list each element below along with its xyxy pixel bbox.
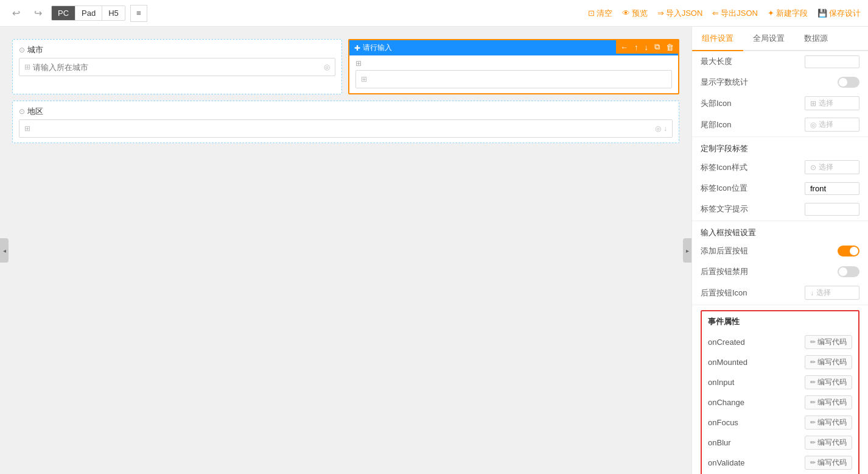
city-label-text: 城市 xyxy=(27,44,43,55)
active-field-header-text: 请行输入 xyxy=(363,43,392,53)
label-icon-style-text: 选择 xyxy=(819,162,833,172)
label-icon-style-select[interactable]: ⊙ 选择 xyxy=(805,160,859,174)
event-onValidate-name: onValidate xyxy=(708,458,744,467)
device-h5-button[interactable]: H5 xyxy=(102,6,125,20)
device-group: PC Pad H5 xyxy=(51,5,125,21)
city-field-container: ⊙ 城市 ⊞ ◎ xyxy=(12,39,342,94)
tab-data-source[interactable]: 数据源 xyxy=(794,27,838,51)
tail-icon-row: 尾部Icon ◎ 选择 xyxy=(692,114,868,135)
redo-button[interactable]: ↪ xyxy=(29,5,46,22)
event-onChange-code-btn[interactable]: ✏ 编写代码 xyxy=(805,395,852,409)
event-onMounted-name: onMounted xyxy=(708,358,747,367)
label-icon-position-value xyxy=(805,182,859,195)
show-char-count-label: 显示字数统计 xyxy=(701,77,755,88)
active-field-label-row: ⊞ xyxy=(355,59,672,68)
head-icon-select[interactable]: ⊞ 选择 xyxy=(805,96,859,110)
region-active-field-container: ← ↑ ↓ ⧉ 🗑 ✚ 请行输入 ⊞ ⊞ xyxy=(348,39,679,94)
event-onInput-name: onInput xyxy=(708,378,734,387)
divider-2 xyxy=(692,221,868,221)
region-row2-tail-icon1: ◎ xyxy=(655,124,661,133)
undo-button[interactable]: ↩ xyxy=(7,5,24,22)
append-btn-icon-label: 后置按钮Icon xyxy=(701,288,755,299)
export-json-action[interactable]: ⇐ 导出JSON xyxy=(712,8,758,19)
action-up-icon[interactable]: ↑ xyxy=(632,42,640,52)
city-input-tail-icon: ◎ xyxy=(324,63,330,71)
action-delete-icon[interactable]: 🗑 xyxy=(664,42,676,52)
action-copy-icon[interactable]: ⧉ xyxy=(653,41,662,52)
add-append-btn-toggle[interactable] xyxy=(838,246,859,256)
label-icon-position-row: 标签Icon位置 xyxy=(692,178,868,199)
head-icon-row: 头部Icon ⊞ 选择 xyxy=(692,93,868,114)
events-section-title: 事件属性 xyxy=(708,316,852,327)
max-length-input[interactable] xyxy=(805,55,859,68)
event-row-onInput: onInput ✏ 编写代码 xyxy=(708,372,852,392)
divider-3 xyxy=(692,305,868,305)
left-collapse-handle[interactable]: ◂ xyxy=(0,238,9,263)
label-icon-position-input[interactable] xyxy=(805,182,859,195)
edit-icon-onValidate: ✏ xyxy=(810,459,816,467)
append-btn-icon-icon: ↓ xyxy=(810,289,814,297)
clear-action[interactable]: ⊡ 清空 xyxy=(588,8,612,19)
new-field-action[interactable]: ✦ 新建字段 xyxy=(768,8,808,19)
tab-global-settings[interactable]: 全局设置 xyxy=(743,27,794,51)
event-row-onBlur: onBlur ✏ 编写代码 xyxy=(708,433,852,453)
label-icon-style-label: 标签Icon样式 xyxy=(701,162,755,173)
event-row-onValidate: onValidate ✏ 编写代码 xyxy=(708,453,852,473)
head-icon-label: 头部Icon xyxy=(701,98,755,109)
panel-body: 最大长度 显示字数统计 头部Icon ⊞ 选择 尾部Icon xyxy=(692,51,868,474)
import-json-action[interactable]: ⇒ 导入JSON xyxy=(657,8,703,19)
edit-icon-onCreate: ✏ xyxy=(810,338,816,346)
label-text-hint-input[interactable] xyxy=(805,203,859,216)
max-length-row: 最大长度 xyxy=(692,51,868,72)
layout-icon-button[interactable]: ≡ xyxy=(130,5,147,22)
event-onCreate-name: onCreated xyxy=(708,338,745,347)
append-btn-icon-select[interactable]: ↓ 选择 xyxy=(805,286,859,300)
preview-action[interactable]: 👁 预览 xyxy=(622,8,648,19)
active-field-actions: ← ↑ ↓ ⧉ 🗑 xyxy=(616,40,678,54)
tab-component-settings[interactable]: 组件设置 xyxy=(692,27,743,51)
event-onInput-code-btn[interactable]: ✏ 编写代码 xyxy=(805,375,852,389)
region-row2-input-wrap[interactable]: ⊞ ◎ ↓ xyxy=(19,119,673,138)
tail-icon-label: 尾部Icon xyxy=(701,119,755,130)
label-text-hint-value xyxy=(805,203,859,216)
canvas-row-1: ⊙ 城市 ⊞ ◎ ← ↑ ↓ ⧉ xyxy=(12,39,679,94)
max-length-label: 最大长度 xyxy=(701,56,755,67)
city-input[interactable] xyxy=(33,63,321,72)
canvas-row-2: ⊙ 地区 ⊞ ◎ ↓ xyxy=(12,101,679,143)
event-onCreate-code-btn[interactable]: ✏ 编写代码 xyxy=(805,335,852,349)
save-design-action[interactable]: 💾 保存设计 xyxy=(817,8,861,19)
action-left-icon[interactable]: ← xyxy=(618,42,630,52)
action-down-icon[interactable]: ↓ xyxy=(643,42,651,52)
region-row2-tail-icon2: ↓ xyxy=(663,124,667,133)
region-row2-input[interactable] xyxy=(33,124,655,133)
canvas-area: ◂ ▸ ⊙ 城市 ⊞ ◎ xyxy=(0,27,691,474)
show-char-count-toggle[interactable] xyxy=(838,77,859,88)
divider-1 xyxy=(692,136,868,137)
label-text-hint-label: 标签文字提示 xyxy=(701,203,755,214)
add-append-btn-row: 添加后置按钮 xyxy=(692,241,868,261)
head-icon-select-icon: ⊞ xyxy=(810,99,816,108)
city-input-wrap[interactable]: ⊞ ◎ xyxy=(19,58,335,76)
region-row2-field-container: ⊙ 地区 ⊞ ◎ ↓ xyxy=(12,101,679,143)
region-row2-label-text: 地区 xyxy=(27,106,43,117)
append-btn-disabled-toggle[interactable] xyxy=(838,266,859,277)
region-active-label-icon: ⊞ xyxy=(355,59,362,68)
add-field-icon: ✚ xyxy=(354,44,360,52)
toolbar: ↩ ↪ PC Pad H5 ≡ ⊡ 清空 👁 预览 ⇒ 导入JSON ⇐ 导出J… xyxy=(0,0,868,27)
event-onMounted-code-btn[interactable]: ✏ 编写代码 xyxy=(805,355,852,369)
event-onValidate-code-btn[interactable]: ✏ 编写代码 xyxy=(805,456,852,470)
right-collapse-handle[interactable]: ▸ xyxy=(683,238,691,263)
device-pad-button[interactable]: Pad xyxy=(75,6,102,20)
tail-icon-select[interactable]: ◎ 选择 xyxy=(805,118,859,132)
right-panel: 组件设置 全局设置 数据源 最大长度 显示字数统计 头部Icon ⊞ xyxy=(691,27,868,474)
events-section: 事件属性 onCreated ✏ 编写代码 onMounted ✏ 编写代码 xyxy=(701,310,859,474)
device-pc-button[interactable]: PC xyxy=(52,6,75,20)
label-icon-position-label: 标签Icon位置 xyxy=(701,183,755,194)
event-onBlur-code-btn[interactable]: ✏ 编写代码 xyxy=(805,436,852,450)
event-onFocus-code-btn[interactable]: ✏ 编写代码 xyxy=(805,416,852,430)
active-input-wrap[interactable]: ⊞ xyxy=(355,70,672,88)
edit-icon-onFocus: ✏ xyxy=(810,419,816,426)
event-onBlur-name: onBlur xyxy=(708,438,731,447)
show-char-count-row: 显示字数统计 xyxy=(692,72,868,93)
panel-tabs: 组件设置 全局设置 数据源 xyxy=(692,27,868,51)
